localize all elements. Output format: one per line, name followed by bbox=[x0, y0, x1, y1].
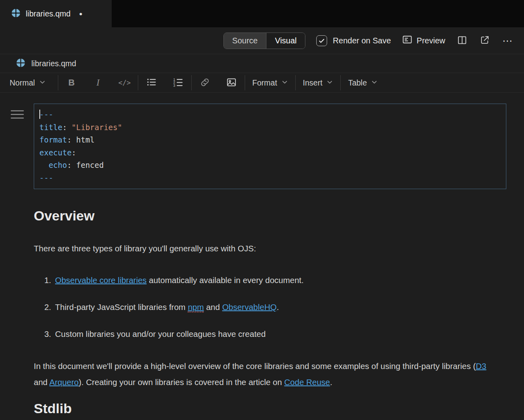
tab-bar: libraries.qmd ● bbox=[0, 0, 524, 27]
tab-libraries-qmd[interactable]: libraries.qmd ● bbox=[0, 0, 112, 27]
list-item: Custom libraries you and/or your colleag… bbox=[53, 329, 506, 339]
intro-paragraph: There are three types of library you'll … bbox=[34, 241, 506, 257]
split-editor-button[interactable] bbox=[456, 34, 468, 47]
quarto-icon bbox=[11, 8, 20, 19]
heading-stdlib: Stdlib bbox=[34, 401, 506, 416]
block-drag-handle[interactable] bbox=[10, 109, 24, 122]
checkbox-check-icon bbox=[316, 35, 327, 46]
italic-button[interactable]: I bbox=[85, 73, 111, 92]
preview-label: Preview bbox=[417, 36, 445, 45]
editor-action-toolbar: Source Visual Render on Save Preview bbox=[0, 27, 524, 54]
bold-button[interactable]: B bbox=[58, 73, 85, 92]
bold-icon: B bbox=[68, 77, 75, 88]
heading-overview: Overview bbox=[34, 208, 506, 224]
text-segment: automatically available in every documen… bbox=[147, 275, 304, 285]
table-menu-label: Table bbox=[348, 78, 367, 88]
italic-icon: I bbox=[96, 77, 100, 88]
insert-link-button[interactable] bbox=[192, 73, 218, 92]
inline-link[interactable]: D3 bbox=[476, 361, 486, 371]
yaml-line: --- bbox=[39, 172, 501, 185]
table-menu[interactable]: Table bbox=[341, 73, 385, 92]
editor-window: libraries.qmd ● Source Visual Render on … bbox=[0, 0, 524, 420]
breadcrumb: libraries.qmd bbox=[0, 54, 524, 73]
render-on-save-label: Render on Save bbox=[333, 36, 391, 45]
inline-link[interactable]: Observable core libraries bbox=[55, 275, 147, 285]
outro-paragraph: In this document we'll provide a high-le… bbox=[34, 358, 494, 390]
text-segment: ). Creating your own libraries is covere… bbox=[79, 377, 285, 387]
source-mode-button[interactable]: Source bbox=[224, 33, 266, 49]
numbered-list-icon: 123 bbox=[172, 77, 183, 89]
text-segment: and bbox=[204, 302, 222, 312]
format-menu-label: Format bbox=[252, 78, 277, 88]
bullet-list-icon bbox=[146, 77, 157, 89]
chevron-down-icon bbox=[371, 78, 378, 88]
chevron-down-icon bbox=[39, 78, 46, 88]
yaml-line: execute: bbox=[39, 147, 501, 159]
insert-menu-label: Insert bbox=[303, 78, 323, 88]
mode-toggle: Source Visual bbox=[223, 33, 306, 49]
visual-mode-button[interactable]: Visual bbox=[266, 33, 305, 49]
breadcrumb-file[interactable]: libraries.qmd bbox=[31, 59, 76, 68]
list-item: Third-party JavaScript libraries from np… bbox=[53, 302, 506, 312]
open-external-icon bbox=[480, 35, 490, 46]
tab-title: libraries.qmd bbox=[26, 9, 71, 18]
library-types-list: Observable core libraries automatically … bbox=[34, 275, 506, 339]
text-segment: . bbox=[330, 377, 332, 387]
code-icon: </> bbox=[118, 79, 131, 87]
text-segment: and bbox=[34, 377, 49, 387]
bullet-list-button[interactable] bbox=[138, 73, 165, 92]
yaml-front-matter-block[interactable]: ---title: "Libraries"format: htmlexecute… bbox=[34, 104, 506, 189]
svg-text:3: 3 bbox=[174, 84, 176, 88]
preview-button[interactable]: Preview bbox=[402, 34, 445, 47]
more-icon: ⋯ bbox=[502, 36, 513, 46]
open-external-button[interactable] bbox=[479, 34, 491, 47]
format-menu[interactable]: Format bbox=[245, 73, 295, 92]
paragraph-style-label: Normal bbox=[10, 78, 35, 88]
link-icon bbox=[199, 77, 211, 89]
visual-editor-surface[interactable]: ---title: "Libraries"format: htmlexecute… bbox=[0, 93, 524, 420]
text-segment: Custom libraries you and/or your colleag… bbox=[55, 329, 266, 338]
numbered-list-button[interactable]: 123 bbox=[165, 73, 191, 92]
chevron-down-icon bbox=[281, 78, 288, 88]
modified-indicator: ● bbox=[79, 10, 82, 17]
list-item: Observable core libraries automatically … bbox=[53, 275, 506, 285]
more-actions-button[interactable]: ⋯ bbox=[501, 35, 514, 47]
text-segment: Third-party JavaScript libraries from bbox=[55, 302, 188, 312]
inline-link[interactable]: ObservableHQ bbox=[222, 302, 277, 312]
image-icon bbox=[226, 77, 237, 89]
render-on-save-checkbox[interactable]: Render on Save bbox=[316, 35, 391, 46]
yaml-line: title: "Libraries" bbox=[39, 121, 501, 134]
yaml-line: --- bbox=[39, 108, 501, 121]
quarto-icon bbox=[16, 58, 25, 69]
inline-link[interactable]: npm bbox=[188, 302, 204, 312]
preview-icon bbox=[402, 34, 413, 47]
text-segment: . bbox=[276, 302, 279, 312]
chevron-down-icon bbox=[326, 78, 333, 88]
paragraph-style-dropdown[interactable]: Normal bbox=[0, 73, 58, 92]
yaml-line: echo: fenced bbox=[39, 159, 501, 172]
yaml-line: format: html bbox=[39, 134, 501, 147]
formatting-toolbar: Normal B I </> 123 bbox=[0, 73, 524, 93]
inline-link[interactable]: Arquero bbox=[49, 377, 79, 387]
text-segment: In this document we'll provide a high-le… bbox=[34, 361, 476, 371]
inline-link[interactable]: Code Reuse bbox=[284, 377, 330, 387]
insert-image-button[interactable] bbox=[218, 73, 245, 92]
insert-menu[interactable]: Insert bbox=[296, 73, 341, 92]
code-format-button[interactable]: </> bbox=[111, 73, 138, 92]
split-editor-icon bbox=[457, 35, 467, 47]
